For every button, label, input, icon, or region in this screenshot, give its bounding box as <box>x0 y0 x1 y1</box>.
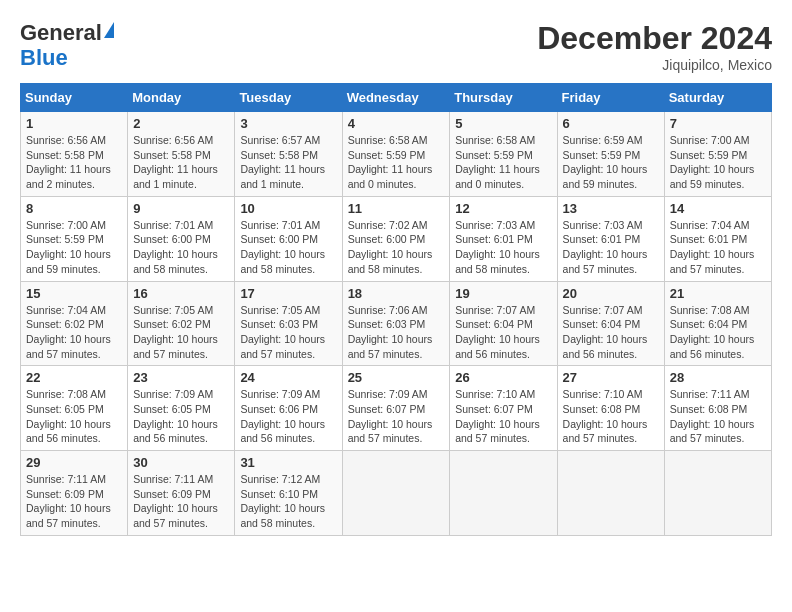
calendar-cell: 21Sunrise: 7:08 AMSunset: 6:04 PMDayligh… <box>664 281 771 366</box>
calendar-cell: 31Sunrise: 7:12 AMSunset: 6:10 PMDayligh… <box>235 451 342 536</box>
day-number: 11 <box>348 201 445 216</box>
day-info: Sunrise: 7:05 AMSunset: 6:03 PMDaylight:… <box>240 303 336 362</box>
calendar-cell: 28Sunrise: 7:11 AMSunset: 6:08 PMDayligh… <box>664 366 771 451</box>
header-row: SundayMondayTuesdayWednesdayThursdayFrid… <box>21 84 772 112</box>
calendar-table: SundayMondayTuesdayWednesdayThursdayFrid… <box>20 83 772 536</box>
calendar-cell: 17Sunrise: 7:05 AMSunset: 6:03 PMDayligh… <box>235 281 342 366</box>
calendar-cell: 27Sunrise: 7:10 AMSunset: 6:08 PMDayligh… <box>557 366 664 451</box>
calendar-cell: 15Sunrise: 7:04 AMSunset: 6:02 PMDayligh… <box>21 281 128 366</box>
day-number: 1 <box>26 116 122 131</box>
day-number: 30 <box>133 455 229 470</box>
day-info: Sunrise: 7:11 AMSunset: 6:08 PMDaylight:… <box>670 387 766 446</box>
calendar-cell: 11Sunrise: 7:02 AMSunset: 6:00 PMDayligh… <box>342 196 450 281</box>
day-number: 15 <box>26 286 122 301</box>
day-number: 17 <box>240 286 336 301</box>
day-info: Sunrise: 7:08 AMSunset: 6:05 PMDaylight:… <box>26 387 122 446</box>
logo-general: General <box>20 20 102 45</box>
day-number: 23 <box>133 370 229 385</box>
calendar-cell: 18Sunrise: 7:06 AMSunset: 6:03 PMDayligh… <box>342 281 450 366</box>
day-number: 2 <box>133 116 229 131</box>
day-number: 19 <box>455 286 551 301</box>
logo-triangle-icon <box>104 22 114 38</box>
day-number: 8 <box>26 201 122 216</box>
week-row-3: 22Sunrise: 7:08 AMSunset: 6:05 PMDayligh… <box>21 366 772 451</box>
day-info: Sunrise: 7:01 AMSunset: 6:00 PMDaylight:… <box>133 218 229 277</box>
calendar-cell: 23Sunrise: 7:09 AMSunset: 6:05 PMDayligh… <box>128 366 235 451</box>
day-number: 28 <box>670 370 766 385</box>
calendar-cell: 29Sunrise: 7:11 AMSunset: 6:09 PMDayligh… <box>21 451 128 536</box>
day-info: Sunrise: 7:10 AMSunset: 6:08 PMDaylight:… <box>563 387 659 446</box>
calendar-cell <box>342 451 450 536</box>
day-info: Sunrise: 6:59 AMSunset: 5:59 PMDaylight:… <box>563 133 659 192</box>
day-info: Sunrise: 6:57 AMSunset: 5:58 PMDaylight:… <box>240 133 336 192</box>
header-sunday: Sunday <box>21 84 128 112</box>
day-info: Sunrise: 6:56 AMSunset: 5:58 PMDaylight:… <box>133 133 229 192</box>
day-info: Sunrise: 7:00 AMSunset: 5:59 PMDaylight:… <box>670 133 766 192</box>
calendar-cell: 12Sunrise: 7:03 AMSunset: 6:01 PMDayligh… <box>450 196 557 281</box>
calendar-cell: 24Sunrise: 7:09 AMSunset: 6:06 PMDayligh… <box>235 366 342 451</box>
day-number: 10 <box>240 201 336 216</box>
day-info: Sunrise: 7:11 AMSunset: 6:09 PMDaylight:… <box>133 472 229 531</box>
day-info: Sunrise: 7:04 AMSunset: 6:02 PMDaylight:… <box>26 303 122 362</box>
calendar-cell: 26Sunrise: 7:10 AMSunset: 6:07 PMDayligh… <box>450 366 557 451</box>
calendar-cell: 25Sunrise: 7:09 AMSunset: 6:07 PMDayligh… <box>342 366 450 451</box>
calendar-cell <box>450 451 557 536</box>
header-thursday: Thursday <box>450 84 557 112</box>
day-info: Sunrise: 7:02 AMSunset: 6:00 PMDaylight:… <box>348 218 445 277</box>
month-title: December 2024 <box>537 20 772 57</box>
day-info: Sunrise: 7:03 AMSunset: 6:01 PMDaylight:… <box>455 218 551 277</box>
week-row-1: 8Sunrise: 7:00 AMSunset: 5:59 PMDaylight… <box>21 196 772 281</box>
calendar-cell: 9Sunrise: 7:01 AMSunset: 6:00 PMDaylight… <box>128 196 235 281</box>
calendar-cell: 4Sunrise: 6:58 AMSunset: 5:59 PMDaylight… <box>342 112 450 197</box>
day-number: 22 <box>26 370 122 385</box>
day-number: 5 <box>455 116 551 131</box>
location: Jiquipilco, Mexico <box>537 57 772 73</box>
day-number: 18 <box>348 286 445 301</box>
day-number: 9 <box>133 201 229 216</box>
day-info: Sunrise: 7:03 AMSunset: 6:01 PMDaylight:… <box>563 218 659 277</box>
day-info: Sunrise: 7:07 AMSunset: 6:04 PMDaylight:… <box>563 303 659 362</box>
calendar-cell: 3Sunrise: 6:57 AMSunset: 5:58 PMDaylight… <box>235 112 342 197</box>
day-info: Sunrise: 7:04 AMSunset: 6:01 PMDaylight:… <box>670 218 766 277</box>
day-number: 27 <box>563 370 659 385</box>
day-info: Sunrise: 7:00 AMSunset: 5:59 PMDaylight:… <box>26 218 122 277</box>
logo-blue: Blue <box>20 45 114 70</box>
day-info: Sunrise: 7:01 AMSunset: 6:00 PMDaylight:… <box>240 218 336 277</box>
day-number: 25 <box>348 370 445 385</box>
day-info: Sunrise: 7:07 AMSunset: 6:04 PMDaylight:… <box>455 303 551 362</box>
day-info: Sunrise: 7:11 AMSunset: 6:09 PMDaylight:… <box>26 472 122 531</box>
week-row-0: 1Sunrise: 6:56 AMSunset: 5:58 PMDaylight… <box>21 112 772 197</box>
calendar-cell: 2Sunrise: 6:56 AMSunset: 5:58 PMDaylight… <box>128 112 235 197</box>
calendar-cell: 22Sunrise: 7:08 AMSunset: 6:05 PMDayligh… <box>21 366 128 451</box>
day-number: 7 <box>670 116 766 131</box>
header-saturday: Saturday <box>664 84 771 112</box>
calendar-cell: 14Sunrise: 7:04 AMSunset: 6:01 PMDayligh… <box>664 196 771 281</box>
logo: General Blue <box>20 20 114 71</box>
header-monday: Monday <box>128 84 235 112</box>
calendar-cell: 20Sunrise: 7:07 AMSunset: 6:04 PMDayligh… <box>557 281 664 366</box>
day-number: 4 <box>348 116 445 131</box>
day-info: Sunrise: 6:58 AMSunset: 5:59 PMDaylight:… <box>455 133 551 192</box>
day-number: 13 <box>563 201 659 216</box>
calendar-cell: 6Sunrise: 6:59 AMSunset: 5:59 PMDaylight… <box>557 112 664 197</box>
day-info: Sunrise: 6:58 AMSunset: 5:59 PMDaylight:… <box>348 133 445 192</box>
header-tuesday: Tuesday <box>235 84 342 112</box>
week-row-2: 15Sunrise: 7:04 AMSunset: 6:02 PMDayligh… <box>21 281 772 366</box>
day-number: 6 <box>563 116 659 131</box>
day-info: Sunrise: 7:09 AMSunset: 6:06 PMDaylight:… <box>240 387 336 446</box>
day-number: 31 <box>240 455 336 470</box>
day-number: 16 <box>133 286 229 301</box>
day-info: Sunrise: 7:08 AMSunset: 6:04 PMDaylight:… <box>670 303 766 362</box>
calendar-cell: 13Sunrise: 7:03 AMSunset: 6:01 PMDayligh… <box>557 196 664 281</box>
day-info: Sunrise: 7:09 AMSunset: 6:07 PMDaylight:… <box>348 387 445 446</box>
day-info: Sunrise: 7:09 AMSunset: 6:05 PMDaylight:… <box>133 387 229 446</box>
calendar-cell: 7Sunrise: 7:00 AMSunset: 5:59 PMDaylight… <box>664 112 771 197</box>
calendar-cell <box>557 451 664 536</box>
calendar-cell: 8Sunrise: 7:00 AMSunset: 5:59 PMDaylight… <box>21 196 128 281</box>
day-number: 3 <box>240 116 336 131</box>
logo-text: General Blue <box>20 20 114 71</box>
day-info: Sunrise: 7:05 AMSunset: 6:02 PMDaylight:… <box>133 303 229 362</box>
header-friday: Friday <box>557 84 664 112</box>
calendar-cell: 10Sunrise: 7:01 AMSunset: 6:00 PMDayligh… <box>235 196 342 281</box>
header-wednesday: Wednesday <box>342 84 450 112</box>
